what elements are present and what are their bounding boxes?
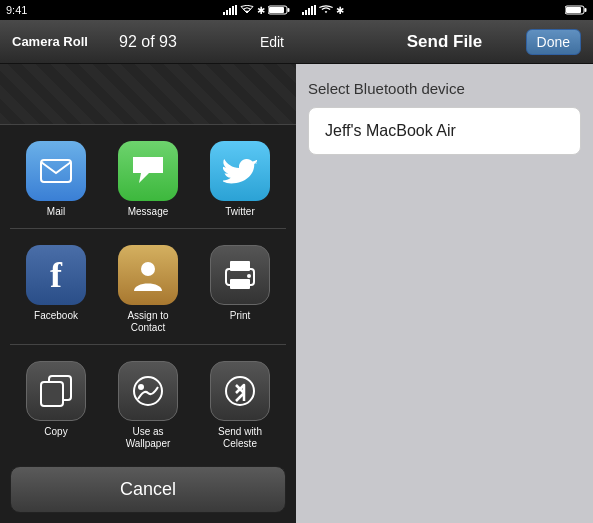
mail-icon-box [26,141,86,201]
svg-point-16 [134,377,162,405]
svg-rect-19 [302,12,304,15]
svg-rect-22 [311,6,313,15]
status-bar-left: 9:41 ✱ [0,0,296,20]
device-item[interactable]: Jeff's MacBook Air [308,107,581,155]
share-facebook-button[interactable]: f Facebook [26,245,86,334]
svg-rect-25 [585,8,587,12]
share-row-1: Mail Message Twitter [0,125,296,228]
select-device-label: Select Bluetooth device [308,80,581,97]
battery-icon [268,5,290,15]
share-celeste-button[interactable]: Send with Celeste [210,361,270,450]
share-message-button[interactable]: Message [118,141,178,218]
done-button[interactable]: Done [526,29,581,55]
share-sheet: Mail Message Twitter [0,124,296,523]
cancel-button[interactable]: Cancel [10,466,286,513]
share-twitter-button[interactable]: Twitter [210,141,270,218]
svg-rect-21 [308,8,310,15]
print-icon-box [210,245,270,305]
svg-rect-4 [235,5,237,15]
svg-rect-6 [288,8,290,12]
svg-rect-2 [229,8,231,15]
bluetooth-icon [222,373,258,409]
svg-rect-26 [566,7,581,13]
mail-label: Mail [47,206,65,218]
status-icons-right: ✱ [302,5,344,16]
celeste-label: Send with Celeste [218,426,262,450]
svg-rect-11 [230,261,250,271]
wifi-icon [240,5,254,15]
status-bar-right: ✱ [296,0,593,20]
svg-rect-23 [314,5,316,15]
svg-rect-7 [269,7,284,13]
message-icon [131,155,165,187]
twitter-bird-icon [223,157,257,185]
copy-label: Copy [44,426,67,438]
svg-rect-8 [41,160,71,182]
message-label: Message [128,206,169,218]
edit-button[interactable]: Edit [260,34,284,50]
mail-icon [40,159,72,183]
wallpaper-icon [130,373,166,409]
svg-rect-1 [226,10,228,15]
twitter-icon-box [210,141,270,201]
svg-point-9 [141,262,155,276]
signal-icon-right [302,5,316,15]
copy-icon [39,374,73,408]
share-mail-button[interactable]: Mail [26,141,86,218]
wallpaper-icon-box [118,361,178,421]
contact-icon-box [118,245,178,305]
share-row-2: f Facebook Assign to Contact [0,229,296,344]
wifi-icon-right [319,5,333,15]
right-panel: ✱ Send File Done Select Bluetooth device… [296,0,593,523]
wallpaper-label: Use as Wallpaper [126,426,171,450]
svg-point-17 [138,384,144,390]
send-file-nav: Send File Done [296,20,593,64]
print-icon [222,259,258,291]
svg-point-13 [247,274,251,278]
svg-rect-3 [232,6,234,15]
svg-rect-12 [230,279,250,289]
bluetooth-icon-right: ✱ [336,5,344,16]
facebook-label: Facebook [34,310,78,322]
svg-point-18 [226,377,254,405]
battery-area-right [565,5,587,15]
svg-rect-15 [41,382,63,406]
signal-icon [223,5,237,15]
twitter-label: Twitter [225,206,254,218]
share-row-3: Copy Use as Wallpaper [0,345,296,460]
contact-label: Assign to Contact [127,310,168,334]
send-file-title: Send File [407,32,483,52]
svg-rect-20 [305,10,307,15]
left-panel: 9:41 ✱ Camera Roll 92 of [0,0,296,523]
share-contact-button[interactable]: Assign to Contact [118,245,178,334]
svg-rect-0 [223,12,225,15]
bluetooth-icon: ✱ [257,5,265,16]
nav-bar-left: Camera Roll 92 of 93 Edit [0,20,296,64]
share-copy-button[interactable]: Copy [26,361,86,450]
share-print-button[interactable]: Print [210,245,270,334]
facebook-f-icon: f [50,254,62,296]
battery-icon-right [565,5,587,15]
celeste-icon-box [210,361,270,421]
print-label: Print [230,310,251,322]
send-file-content: Select Bluetooth device Jeff's MacBook A… [296,64,593,167]
message-icon-box [118,141,178,201]
copy-icon-box [26,361,86,421]
share-wallpaper-button[interactable]: Use as Wallpaper [118,361,178,450]
time-label: 9:41 [6,4,27,16]
status-icons-left: ✱ [223,5,290,16]
camera-roll-label: Camera Roll [12,34,88,49]
photo-counter: 92 of 93 [119,33,177,51]
contact-icon [130,257,166,293]
facebook-icon-box: f [26,245,86,305]
